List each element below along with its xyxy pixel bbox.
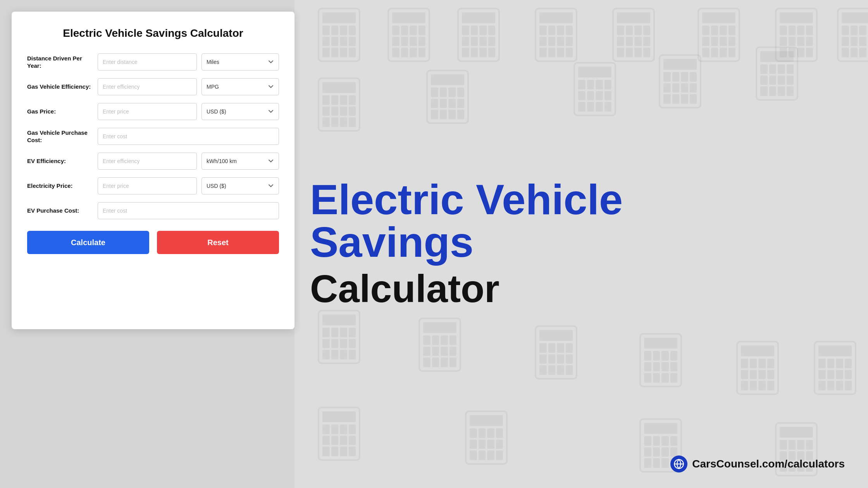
headline-line2: Savings (310, 221, 623, 263)
electricity-price-input[interactable] (98, 177, 197, 194)
gas-efficiency-input[interactable] (98, 78, 197, 95)
ev-efficiency-row: EV Efficiency: kWh/100 km MPGe (27, 153, 279, 170)
distance-label: Distance Driven Per Year: (27, 55, 93, 70)
gas-price-input[interactable] (98, 103, 197, 120)
action-buttons: Calculate Reset (27, 231, 279, 254)
gas-price-unit-select[interactable]: USD ($) EUR (€) GBP (£) (202, 103, 279, 120)
ev-efficiency-input[interactable] (98, 153, 197, 170)
gas-purchase-label: Gas Vehicle Purchase Cost: (27, 129, 93, 144)
ev-purchase-row: EV Purchase Cost: (27, 202, 279, 219)
gas-efficiency-unit-select[interactable]: MPG L/100km (202, 78, 279, 95)
gas-purchase-input[interactable] (98, 128, 279, 145)
distance-row: Distance Driven Per Year: Miles Kilomete… (27, 53, 279, 70)
electricity-price-row: Electricity Price: USD ($) EUR (€) GBP (… (27, 177, 279, 194)
gas-price-row: Gas Price: USD ($) EUR (€) GBP (£) (27, 103, 279, 120)
ev-efficiency-unit-select[interactable]: kWh/100 km MPGe (202, 153, 279, 170)
ev-efficiency-label: EV Efficiency: (27, 157, 93, 165)
gas-price-label: Gas Price: (27, 108, 93, 115)
gas-purchase-row: Gas Vehicle Purchase Cost: (27, 128, 279, 145)
card-title: Electric Vehicle Savings Calculator (27, 27, 279, 40)
calculator-card: Electric Vehicle Savings Calculator Dist… (12, 12, 294, 329)
headline-line1: Electric Vehicle (310, 178, 623, 221)
gas-efficiency-label: Gas Vehicle Efficiency: (27, 83, 93, 91)
site-link-text: CarsCounsel.com/calculators (692, 458, 845, 470)
gas-efficiency-row: Gas Vehicle Efficiency: MPG L/100km (27, 78, 279, 95)
reset-button[interactable]: Reset (157, 231, 279, 254)
globe-icon (670, 455, 687, 473)
distance-unit-select[interactable]: Miles Kilometers (202, 53, 279, 70)
ev-purchase-label: EV Purchase Cost: (27, 207, 93, 215)
electricity-price-label: Electricity Price: (27, 182, 93, 190)
headline-line3: Calculator (310, 267, 623, 310)
ev-purchase-input[interactable] (98, 202, 279, 219)
electricity-price-unit-select[interactable]: USD ($) EUR (€) GBP (£) (202, 177, 279, 194)
site-link: CarsCounsel.com/calculators (670, 455, 845, 473)
distance-input[interactable] (98, 53, 197, 70)
calculate-button[interactable]: Calculate (27, 231, 149, 254)
